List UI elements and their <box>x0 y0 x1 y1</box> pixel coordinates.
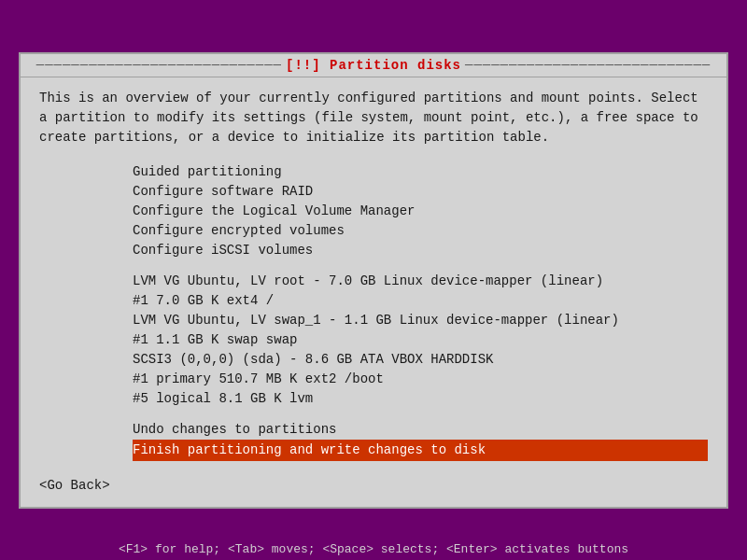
title-bar: ──────────────────────────── [!!] Partit… <box>21 54 726 77</box>
finish-partitioning-button[interactable]: Finish partitioning and write changes to… <box>133 440 708 461</box>
menu-item-iscsi[interactable]: Configure iSCSI volumes <box>133 241 708 260</box>
go-back-button[interactable]: <Go Back> <box>39 476 708 496</box>
status-bar: <F1> for help; <Tab> moves; <Space> sele… <box>0 539 747 560</box>
actions-section: Undo changes to partitions Finish partit… <box>133 420 708 461</box>
terminal-window: ──────────────────────────── [!!] Partit… <box>19 52 728 509</box>
partition-info: LVM VG Ubuntu, LV root - 7.0 GB Linux de… <box>133 272 708 409</box>
partition-scsi-p5: #5 logical 8.1 GB K lvm <box>133 389 708 409</box>
menu-item-guided[interactable]: Guided partitioning <box>133 162 708 182</box>
undo-changes-button[interactable]: Undo changes to partitions <box>133 420 708 440</box>
menu-item-lvm[interactable]: Configure the Logical Volume Manager <box>133 202 708 221</box>
menu-item-encrypted[interactable]: Configure encrypted volumes <box>133 221 708 241</box>
partition-lvm-root-detail: #1 7.0 GB K ext4 / <box>133 291 708 311</box>
menu-items-list: Guided partitioning Configure software R… <box>133 162 708 260</box>
partition-scsi-p1: #1 primary 510.7 MB K ext2 /boot <box>133 370 708 389</box>
partition-lvm-root: LVM VG Ubuntu, LV root - 7.0 GB Linux de… <box>133 272 708 291</box>
partition-lvm-swap-detail: #1 1.1 GB K swap swap <box>133 330 708 350</box>
menu-item-raid[interactable]: Configure software RAID <box>133 182 708 202</box>
main-content: This is an overview of your currently co… <box>21 77 726 507</box>
title-dashes-left: ──────────────────────────── <box>21 58 286 73</box>
window-title: [!!] Partition disks <box>286 58 461 73</box>
title-dashes-right: ──────────────────────────── <box>461 58 726 73</box>
description-text: This is an overview of your currently co… <box>39 89 708 147</box>
partition-lvm-swap: LVM VG Ubuntu, LV swap_1 - 1.1 GB Linux … <box>133 311 708 330</box>
partition-scsi: SCSI3 (0,0,0) (sda) - 8.6 GB ATA VBOX HA… <box>133 350 708 370</box>
